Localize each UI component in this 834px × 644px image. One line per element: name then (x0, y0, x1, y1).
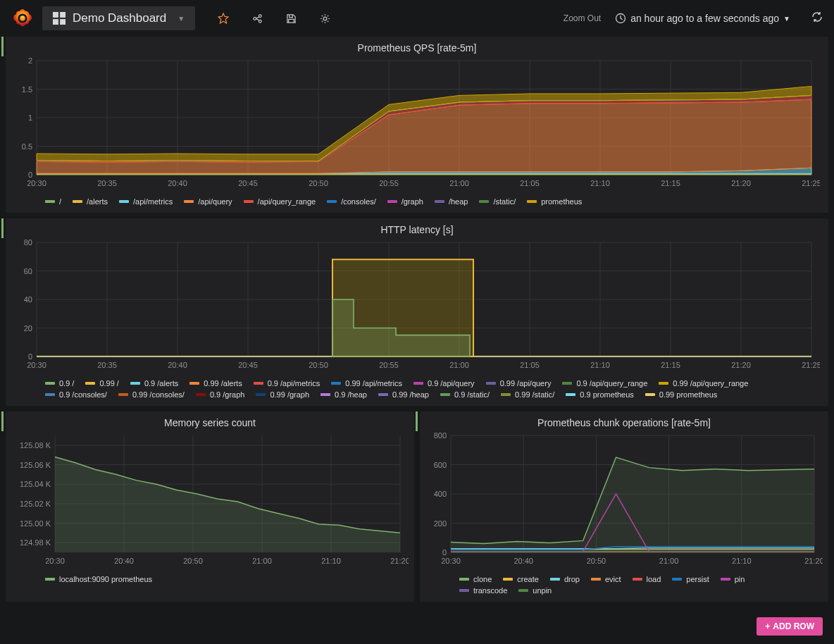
svg-text:20:50: 20:50 (183, 557, 203, 565)
legend-item[interactable]: 0.9 /heap (320, 390, 367, 399)
legend-swatch (659, 382, 668, 385)
legend-swatch (327, 200, 337, 203)
legend-item[interactable]: drop (550, 575, 580, 583)
legend-swatch (440, 393, 450, 396)
legend-item[interactable]: 0.99 /graph (256, 390, 309, 399)
legend-label: / (59, 197, 61, 206)
time-range-label: an hour ago to a few seconds ago (630, 13, 779, 24)
legend-item[interactable]: 0.9 /api/query_range (562, 379, 647, 388)
svg-text:125.00 K: 125.00 K (20, 519, 51, 528)
panel-chunks[interactable]: Prometheus chunk operations [rate-5m] 02… (420, 411, 828, 602)
svg-rect-0 (53, 12, 58, 18)
svg-text:0: 0 (28, 171, 32, 179)
legend-item[interactable]: /alerts (73, 197, 108, 206)
legend-label: persist (686, 575, 709, 583)
legend-item[interactable]: /api/query (184, 197, 232, 206)
legend-item[interactable]: 0.99 /api/query_range (659, 379, 748, 388)
legend-item[interactable]: load (633, 575, 661, 583)
legend-item[interactable]: 0.9 /api/query (413, 379, 475, 388)
svg-text:20:50: 20:50 (309, 179, 328, 187)
share-icon[interactable] (251, 13, 263, 24)
legend: 0.9 /0.99 /0.9 /alerts0.99 /alerts0.9 /a… (6, 376, 828, 406)
legend-item[interactable]: /graph (387, 197, 423, 206)
legend-swatch (435, 200, 444, 203)
grafana-logo-icon[interactable] (11, 7, 34, 30)
legend-item[interactable]: 0.99 /heap (378, 390, 429, 399)
legend-item[interactable]: / (45, 197, 61, 206)
legend-swatch (518, 589, 528, 592)
legend-swatch (503, 578, 513, 581)
legend-item[interactable]: clone (459, 575, 492, 583)
legend-item[interactable]: /consoles/ (327, 197, 376, 206)
legend-swatch (244, 200, 254, 203)
legend-item[interactable]: localhost:9090 prometheus (45, 575, 152, 583)
legend-label: drop (564, 575, 580, 583)
time-range-picker[interactable]: an hour ago to a few seconds ago ▼ (615, 13, 790, 24)
legend-item[interactable]: 0.99 /static/ (501, 390, 554, 399)
svg-text:124.98 K: 124.98 K (20, 538, 51, 547)
legend-item[interactable]: /heap (435, 197, 468, 206)
panel-memory[interactable]: Memory series count 124.98 K125.00 K125.… (6, 411, 414, 602)
legend-label: 0.9 /static/ (454, 390, 490, 399)
legend-swatch (459, 589, 469, 592)
legend-item[interactable]: /api/metrics (119, 197, 173, 206)
svg-text:1.5: 1.5 (22, 85, 32, 94)
legend-item[interactable]: 0.99 /consoles/ (118, 390, 185, 399)
legend-item[interactable]: pin (721, 575, 745, 583)
svg-text:21:00: 21:00 (252, 557, 272, 565)
svg-text:125.02 K: 125.02 K (20, 500, 51, 508)
legend-item[interactable]: /static/ (479, 197, 516, 206)
legend-item[interactable]: 0.9 /alerts (130, 379, 178, 388)
add-row-button[interactable]: + ADD ROW (757, 617, 823, 636)
legend-item[interactable]: evict (591, 575, 621, 583)
panel-latency[interactable]: HTTP latency [s] 02040608020:3020:3520:4… (6, 218, 828, 406)
star-icon[interactable] (218, 13, 229, 24)
legend-label: 0.9 /api/query (428, 379, 475, 388)
legend-label: 0.9 /consoles/ (59, 390, 107, 399)
legend-item[interactable]: 0.9 /consoles/ (45, 390, 107, 399)
save-icon[interactable] (285, 13, 297, 24)
svg-text:1: 1 (28, 113, 32, 122)
legend-swatch (566, 393, 575, 396)
svg-point-7 (323, 17, 327, 20)
svg-text:20:40: 20:40 (114, 557, 134, 565)
zoom-out-button[interactable]: Zoom Out (564, 13, 601, 23)
legend-swatch (387, 200, 397, 203)
legend-item[interactable]: create (503, 575, 539, 583)
legend-item[interactable]: persist (672, 575, 709, 583)
dashboard-picker[interactable]: Demo Dashboard ▼ (42, 6, 195, 30)
legend-label: prometheus (541, 197, 582, 206)
svg-text:800: 800 (434, 431, 447, 440)
legend-label: localhost:9090 prometheus (59, 575, 152, 583)
legend-item[interactable]: transcode (459, 586, 507, 595)
svg-text:20:35: 20:35 (97, 179, 117, 187)
legend-item[interactable]: 0.99 / (85, 379, 119, 388)
legend-item[interactable]: 0.9 / (45, 379, 74, 388)
svg-point-6 (259, 20, 261, 23)
svg-text:21:15: 21:15 (661, 179, 680, 187)
legend-item[interactable]: 0.99 /api/query (486, 379, 552, 388)
svg-text:20:30: 20:30 (27, 361, 46, 369)
legend-item[interactable]: 0.99 prometheus (645, 390, 718, 399)
legend-item[interactable]: 0.99 /alerts (189, 379, 242, 388)
legend-item[interactable]: 0.99 /api/metrics (331, 379, 402, 388)
legend-item[interactable]: /api/query_range (244, 197, 316, 206)
legend-item[interactable]: 0.9 /static/ (440, 390, 490, 399)
svg-text:600: 600 (434, 461, 447, 469)
legend-item[interactable]: unpin (518, 586, 552, 595)
plus-icon: + (765, 621, 770, 631)
legend-swatch (119, 200, 129, 203)
legend-item[interactable]: 0.9 prometheus (566, 390, 633, 399)
settings-gear-icon[interactable] (319, 13, 330, 24)
svg-text:80: 80 (24, 238, 32, 247)
legend-item[interactable]: prometheus (527, 197, 582, 206)
panel-qps[interactable]: Prometheus QPS [rate-5m] 00.511.5220:302… (6, 37, 828, 213)
svg-text:21:20: 21:20 (804, 557, 823, 565)
legend-item[interactable]: 0.9 /api/metrics (254, 379, 320, 388)
legend-item[interactable]: 0.9 /graph (196, 390, 245, 399)
svg-text:21:20: 21:20 (731, 361, 751, 369)
refresh-icon[interactable] (811, 11, 823, 25)
svg-text:2: 2 (28, 56, 32, 65)
svg-text:21:00: 21:00 (449, 361, 469, 369)
top-navbar: Demo Dashboard ▼ Zoom Out an hour ago to… (0, 0, 834, 37)
